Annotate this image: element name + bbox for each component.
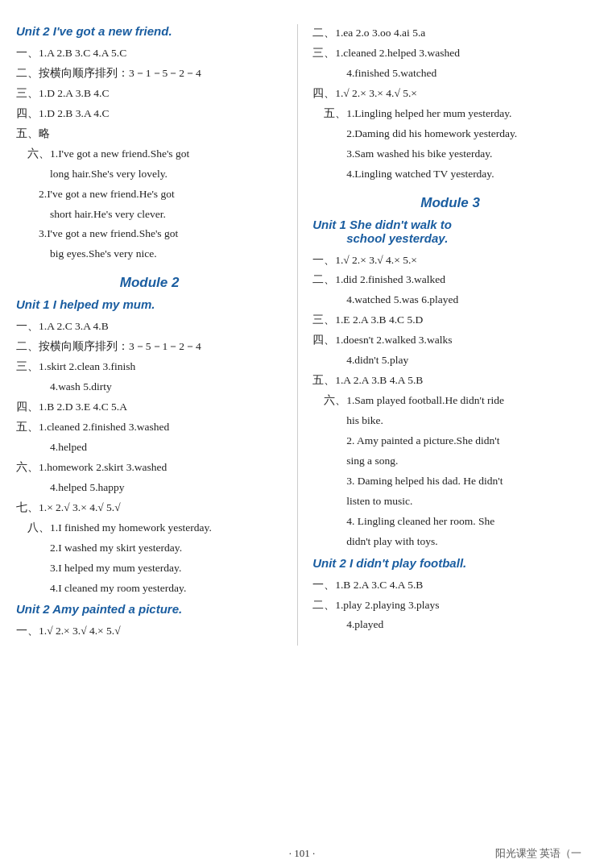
list-item: 4.wash 5.dirty — [16, 378, 283, 397]
list-item: 2.I've got a new friend.He's got — [16, 185, 283, 204]
list-item: 四、1.doesn't 2.walked 3.walks — [312, 331, 588, 350]
right-column: 二、1.ea 2.o 3.oo 4.ai 5.a 三、1.cleaned 2.h… — [298, 24, 588, 646]
unit2-m3-title: Unit 2 I didn't play football. — [312, 556, 588, 570]
list-item: 4.didn't 5.play — [312, 351, 588, 370]
list-item: 三、1.skirt 2.clean 3.finish — [16, 358, 283, 376]
list-item: sing a song. — [312, 452, 588, 471]
list-item: 八、1.I finished my homework yesterday. — [16, 519, 283, 538]
list-item: 六、1.I've got a new friend.She's got — [16, 145, 283, 164]
list-item: 4. Lingling cleaned her room. She — [312, 513, 588, 531]
list-item: 五、1.A 2.A 3.B 4.A 5.B — [312, 372, 588, 390]
list-item: 4.finished 5.watched — [312, 64, 588, 83]
list-item: 4.Lingling watched TV yesterday. — [312, 165, 588, 184]
list-item: 3. Daming helped his dad. He didn't — [312, 472, 588, 491]
list-item: 4.I cleaned my room yesterday. — [16, 579, 283, 598]
footer-text: 阳光课堂 英语（一 — [495, 846, 581, 861]
unit2-title: Unit 2 I've got a new friend. — [16, 24, 283, 38]
list-item: 四、1.√ 2.× 3.× 4.√ 5.× — [312, 85, 588, 103]
list-item: 三、1.E 2.A 3.B 4.C 5.D — [312, 311, 588, 330]
unit2-section: 一、1.A 2.B 3.C 4.A 5.C 二、按横向顺序排列：3－1－5－2－… — [16, 44, 283, 264]
list-item: 二、1.play 2.playing 3.plays — [312, 596, 588, 615]
list-item: 一、1.A 2.B 3.C 4.A 5.C — [16, 44, 283, 63]
list-item: 2. Amy painted a picture.She didn't — [312, 432, 588, 451]
list-item: 四、1.B 2.D 3.E 4.C 5.A — [16, 398, 283, 417]
list-item: short hair.He's very clever. — [16, 206, 283, 224]
unit2-m3-section: 一、1.B 2.A 3.C 4.A 5.B 二、1.play 2.playing… — [312, 576, 588, 635]
list-item: 二、1.ea 2.o 3.oo 4.ai 5.a — [312, 24, 588, 43]
list-item: 一、1.√ 2.× 3.√ 4.× 5.√ — [16, 622, 283, 641]
list-item: 2.I washed my skirt yesterday. — [16, 539, 283, 558]
unit1-m3-title: Unit 1 She didn't walk to school yesterd… — [312, 218, 588, 245]
list-item: 4.helped 5.happy — [16, 479, 283, 497]
list-item: 一、1.√ 2.× 3.√ 4.× 5.× — [312, 251, 588, 270]
list-item: 3.I helped my mum yesterday. — [16, 559, 283, 578]
list-item: big eyes.She's very nice. — [16, 245, 283, 264]
list-item: 一、1.A 2.C 3.A 4.B — [16, 318, 283, 336]
list-item: didn't play with toys. — [312, 533, 588, 551]
unit1-m2-section: 一、1.A 2.C 3.A 4.B 二、按横向顺序排列：3－5－1－2－4 三、… — [16, 318, 283, 597]
page: Unit 2 I've got a new friend. 一、1.A 2.B … — [0, 0, 604, 694]
list-item: 二、按横向顺序排列：3－5－1－2－4 — [16, 338, 283, 356]
module3-title: Module 3 — [312, 195, 588, 211]
left-column: Unit 2 I've got a new friend. 一、1.A 2.B … — [16, 24, 298, 646]
list-item: 4.helped — [16, 438, 283, 457]
unit2-m2-title: Unit 2 Amy painted a picture. — [16, 602, 283, 616]
list-item: 三、1.D 2.A 3.B 4.C — [16, 85, 283, 103]
list-item: 四、1.D 2.B 3.A 4.C — [16, 105, 283, 123]
module2-title: Module 2 — [16, 275, 283, 291]
list-item: 六、1.homework 2.skirt 3.washed — [16, 459, 283, 477]
list-item: 3.I've got a new friend.She's got — [16, 225, 283, 243]
list-item: 七、1.× 2.√ 3.× 4.√ 5.√ — [16, 499, 283, 517]
right-top-section: 二、1.ea 2.o 3.oo 4.ai 5.a 三、1.cleaned 2.h… — [312, 24, 588, 184]
list-item: 五、1.Lingling helped her mum yesterday. — [312, 105, 588, 123]
list-item: 4.watched 5.was 6.played — [312, 291, 588, 309]
unit2-m2-section: 一、1.√ 2.× 3.√ 4.× 5.√ — [16, 622, 283, 641]
page-number: · 101 · — [289, 847, 316, 860]
list-item: 六、1.Sam played football.He didn't ride — [312, 392, 588, 410]
list-item: 五、略 — [16, 125, 283, 143]
list-item: 五、1.cleaned 2.finished 3.washed — [16, 418, 283, 437]
list-item: listen to music. — [312, 492, 588, 511]
list-item: 3.Sam washed his bike yesterday. — [312, 145, 588, 164]
list-item: 二、1.did 2.finished 3.walked — [312, 271, 588, 289]
list-item: long hair.She's very lovely. — [16, 165, 283, 184]
list-item: 2.Daming did his homework yesterday. — [312, 125, 588, 143]
unit1-m3-section: 一、1.√ 2.× 3.√ 4.× 5.× 二、1.did 2.finished… — [312, 251, 588, 551]
list-item: 4.played — [312, 616, 588, 634]
list-item: 一、1.B 2.A 3.C 4.A 5.B — [312, 576, 588, 595]
list-item: 三、1.cleaned 2.helped 3.washed — [312, 44, 588, 63]
list-item: 二、按横向顺序排列：3－1－5－2－4 — [16, 64, 283, 83]
list-item: his bike. — [312, 412, 588, 430]
unit1-m2-title: Unit 1 I helped my mum. — [16, 297, 283, 311]
